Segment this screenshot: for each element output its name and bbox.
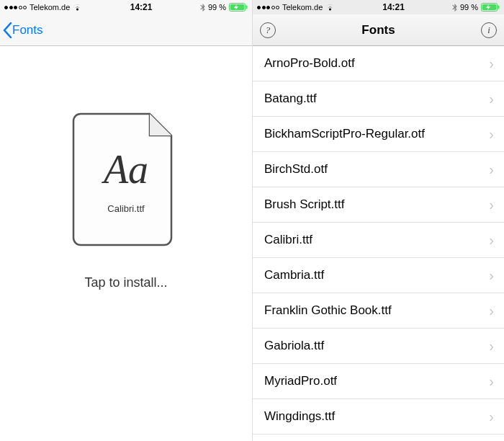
font-row[interactable]: Calibri.ttf› (253, 223, 504, 258)
svg-rect-2 (246, 6, 247, 9)
font-row-label: Calibri.ttf (264, 233, 312, 247)
chevron-right-icon: › (489, 409, 494, 425)
svg-rect-7 (498, 6, 499, 9)
svg-text:Aa: Aa (101, 147, 148, 192)
font-row-label: Gabriola.ttf (264, 339, 324, 353)
font-row-label: Brush Script.ttf (264, 197, 344, 212)
font-file-preview[interactable]: Aa Calibri.ttf (72, 111, 180, 251)
title-bar: ? Fonts i (253, 14, 504, 46)
font-row[interactable]: Franklin Gothic Book.ttf› (253, 293, 504, 329)
font-row-label: BirchStd.otf (264, 162, 328, 177)
chevron-right-icon: › (489, 91, 494, 107)
font-row[interactable]: BickhamScriptPro-Regular.otf› (253, 117, 504, 152)
screen-left-detail: Telekom.de 14:21 99 % Fonts (0, 0, 252, 441)
chevron-right-icon: › (489, 197, 494, 213)
detail-body: Aa Calibri.ttf Tap to install... (0, 46, 252, 441)
signal-dots (4, 6, 27, 9)
chevron-right-icon: › (489, 303, 494, 319)
font-list: ArnoPro-Bold.otf›Batang.ttf›BickhamScrip… (253, 46, 504, 441)
chevron-right-icon: › (489, 126, 494, 143)
font-row-label: Cambria.ttf (264, 268, 324, 282)
wifi-icon (73, 4, 82, 11)
font-row[interactable]: Gabriola.ttf› (253, 329, 504, 364)
bluetooth-icon (200, 4, 205, 12)
font-row[interactable]: MyriadPro.otf› (253, 364, 504, 399)
svg-text:Calibri.ttf: Calibri.ttf (107, 203, 145, 214)
font-row-label: MyriadPro.otf (264, 374, 337, 388)
carrier-label: Telekom.de (30, 3, 70, 12)
chevron-right-icon: › (489, 267, 494, 284)
chevron-right-icon: › (489, 232, 494, 249)
chevron-right-icon: › (489, 55, 494, 72)
status-bar: Telekom.de 14:21 99 % (253, 0, 504, 14)
nav-bar: Fonts (0, 14, 252, 46)
font-row-label: Franklin Gothic Book.ttf (264, 303, 392, 318)
battery-icon (229, 3, 248, 12)
screen-right-list: Telekom.de 14:21 99 % ? Fonts i ArnoPro-… (252, 0, 504, 441)
font-row[interactable]: ArnoPro-Bold.otf› (253, 46, 504, 81)
page-title: Fonts (253, 23, 504, 37)
clock: 14:21 (382, 2, 405, 12)
font-row-label: ArnoPro-Bold.otf (264, 56, 355, 71)
back-button[interactable]: Fonts (0, 22, 48, 38)
status-bar: Telekom.de 14:21 99 % (0, 0, 252, 14)
battery-percent: 99 % (208, 3, 226, 12)
font-row[interactable]: Wingdings.ttf› (253, 399, 504, 435)
carrier-label: Telekom.de (282, 3, 323, 12)
font-row-label: Batang.ttf (264, 92, 317, 106)
battery-icon (481, 3, 500, 12)
clock: 14:21 (130, 2, 153, 12)
chevron-right-icon: › (489, 161, 494, 178)
font-row-label: Wingdings.ttf (264, 409, 335, 424)
back-label: Fonts (12, 23, 43, 37)
signal-dots (257, 6, 279, 9)
font-row[interactable]: Brush Script.ttf› (253, 187, 504, 223)
font-row-label: BickhamScriptPro-Regular.otf (264, 127, 425, 141)
chevron-left-icon (3, 22, 12, 38)
chevron-right-icon: › (489, 338, 494, 355)
tap-to-install-label: Tap to install... (84, 275, 167, 290)
font-row[interactable]: Cambria.ttf› (253, 258, 504, 293)
bluetooth-icon (452, 4, 457, 12)
document-icon: Aa Calibri.ttf (72, 111, 180, 248)
font-row[interactable]: BirchStd.otf› (253, 152, 504, 187)
chevron-right-icon: › (489, 373, 494, 390)
font-row[interactable]: Batang.ttf› (253, 81, 504, 117)
wifi-icon (325, 4, 335, 11)
battery-percent: 99 % (460, 3, 478, 12)
